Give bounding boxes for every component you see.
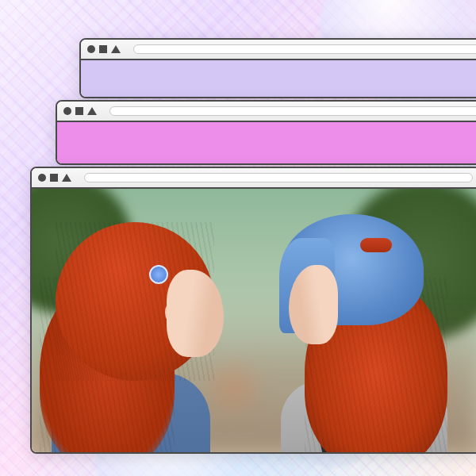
browser-window-middle bbox=[56, 100, 476, 165]
window-controls bbox=[38, 174, 71, 182]
address-bar bbox=[109, 106, 476, 116]
window-control-icon bbox=[111, 45, 121, 53]
window-control-icon bbox=[87, 45, 95, 53]
red-hair-clip bbox=[360, 238, 392, 252]
window-titlebar bbox=[57, 102, 476, 122]
window-control-icon bbox=[50, 174, 58, 182]
window-content-lavender bbox=[81, 60, 476, 97]
browser-window-front bbox=[30, 167, 476, 454]
window-control-icon bbox=[62, 174, 71, 182]
two-women-illustration bbox=[32, 189, 476, 452]
window-control-icon bbox=[38, 174, 46, 182]
window-controls bbox=[87, 45, 121, 53]
address-bar bbox=[84, 173, 473, 182]
window-content-pink bbox=[57, 122, 476, 163]
face-profile bbox=[289, 265, 338, 344]
window-titlebar bbox=[32, 168, 476, 189]
window-control-icon bbox=[87, 107, 97, 115]
address-bar bbox=[133, 44, 476, 54]
illustration-viewport bbox=[32, 189, 476, 452]
window-control-icon bbox=[75, 107, 83, 115]
figure-right bbox=[257, 214, 455, 452]
window-titlebar bbox=[81, 40, 476, 60]
blue-hair-clip bbox=[149, 265, 168, 284]
window-control-icon bbox=[63, 107, 71, 115]
window-controls bbox=[63, 107, 97, 115]
window-control-icon bbox=[99, 45, 107, 53]
figure-left bbox=[48, 214, 254, 452]
face-profile bbox=[167, 270, 224, 357]
browser-window-back bbox=[79, 38, 476, 98]
